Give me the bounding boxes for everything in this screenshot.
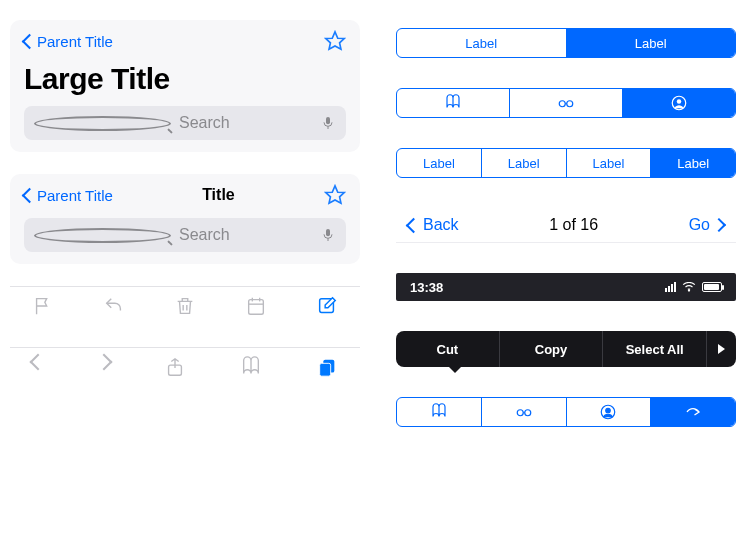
back-label: Parent Title — [37, 187, 113, 204]
tab[interactable] — [397, 398, 481, 426]
pager-back[interactable]: Back — [408, 216, 459, 234]
tab[interactable] — [650, 398, 735, 426]
search-field[interactable]: Search — [24, 106, 346, 140]
star-icon[interactable] — [324, 30, 346, 52]
svg-point-19 — [517, 410, 523, 416]
popover-pointer — [448, 366, 462, 373]
status-time: 13:38 — [410, 280, 443, 295]
page-title: Title — [202, 186, 235, 204]
person-icon — [670, 94, 688, 112]
search-field[interactable]: Search — [24, 218, 346, 252]
segment[interactable] — [622, 89, 735, 117]
svg-rect-4 — [326, 229, 330, 236]
cellular-icon — [665, 282, 676, 292]
svg-rect-1 — [326, 117, 330, 124]
flag-icon[interactable] — [32, 295, 54, 317]
chevron-left-icon — [406, 217, 422, 233]
nav-back-icon[interactable] — [30, 354, 47, 371]
tab[interactable] — [481, 398, 566, 426]
segment[interactable] — [509, 89, 622, 117]
popover-cut[interactable]: Cut — [396, 331, 499, 367]
calendar-icon[interactable] — [245, 295, 267, 317]
svg-point-20 — [524, 410, 530, 416]
segment[interactable]: Label — [397, 29, 566, 57]
person-icon — [599, 403, 617, 421]
search-icon — [34, 228, 171, 243]
search-icon — [34, 116, 171, 131]
book-icon — [430, 403, 448, 421]
toolbar-nav — [10, 347, 360, 386]
svg-point-15 — [567, 101, 573, 107]
segmented-4[interactable]: Label Label Label Label — [396, 148, 736, 178]
reply-icon[interactable] — [103, 295, 125, 317]
book-icon — [444, 94, 462, 112]
svg-point-18 — [688, 290, 689, 291]
trash-icon[interactable] — [174, 295, 196, 317]
svg-rect-6 — [249, 300, 264, 315]
tab[interactable] — [566, 398, 651, 426]
mic-icon[interactable] — [320, 115, 336, 131]
pager-bar: Back 1 of 16 Go — [396, 208, 736, 243]
svg-rect-13 — [320, 363, 331, 376]
back-label: Parent Title — [37, 33, 113, 50]
pager-go[interactable]: Go — [689, 216, 724, 234]
segment[interactable]: Label — [566, 29, 736, 57]
popover-more[interactable] — [706, 331, 736, 367]
chevron-left-icon — [22, 187, 38, 203]
page-title: Large Title — [24, 62, 346, 96]
search-placeholder: Search — [179, 226, 312, 244]
search-placeholder: Search — [179, 114, 312, 132]
chevron-right-icon — [712, 218, 726, 232]
share-arrow-icon — [684, 403, 702, 421]
triangle-right-icon — [718, 344, 725, 354]
svg-point-14 — [559, 101, 565, 107]
mic-icon[interactable] — [320, 227, 336, 243]
tabbar-icons[interactable] — [396, 397, 736, 427]
battery-icon — [702, 282, 722, 292]
segmented-icons-3[interactable] — [396, 88, 736, 118]
segment[interactable]: Label — [650, 149, 735, 177]
pager-count: 1 of 16 — [549, 216, 598, 234]
share-icon[interactable] — [164, 356, 186, 378]
wifi-icon — [682, 282, 696, 292]
tabs-icon[interactable] — [316, 356, 338, 378]
nav-header-compact: Parent Title Title Search — [10, 174, 360, 264]
popover-copy[interactable]: Copy — [499, 331, 603, 367]
chevron-left-icon — [22, 33, 38, 49]
svg-point-22 — [606, 408, 611, 413]
segment[interactable] — [397, 89, 509, 117]
segment[interactable]: Label — [397, 149, 481, 177]
book-icon[interactable] — [240, 356, 262, 378]
glasses-icon — [514, 403, 534, 421]
svg-marker-0 — [326, 32, 344, 49]
star-icon[interactable] — [324, 184, 346, 206]
segment[interactable]: Label — [481, 149, 566, 177]
segment[interactable]: Label — [566, 149, 651, 177]
svg-marker-3 — [326, 186, 344, 203]
compose-icon[interactable] — [316, 295, 338, 317]
glasses-icon — [557, 94, 575, 112]
status-bar: 13:38 — [396, 273, 736, 301]
back-button[interactable]: Parent Title — [24, 187, 113, 204]
nav-header-large: Parent Title Large Title Search — [10, 20, 360, 152]
back-button[interactable]: Parent Title — [24, 33, 113, 50]
edit-popover: Cut Copy Select All — [396, 331, 736, 367]
popover-selectall[interactable]: Select All — [602, 331, 706, 367]
segmented-2[interactable]: Label Label — [396, 28, 736, 58]
nav-forward-icon[interactable] — [96, 354, 113, 371]
toolbar-actions — [10, 286, 360, 325]
svg-point-17 — [677, 99, 682, 104]
